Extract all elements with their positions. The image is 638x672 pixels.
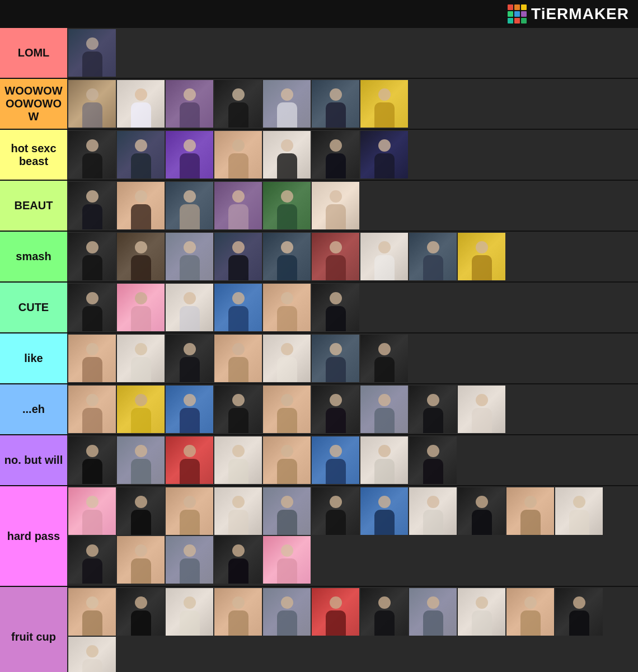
tier-item[interactable] xyxy=(117,536,165,584)
tier-item[interactable] xyxy=(68,487,116,535)
tier-item[interactable] xyxy=(214,182,262,229)
tier-items-fruit-cup xyxy=(67,587,638,672)
tier-item[interactable] xyxy=(166,436,213,484)
tier-item[interactable] xyxy=(68,29,116,77)
tier-item[interactable] xyxy=(312,182,359,229)
tier-item[interactable] xyxy=(214,487,262,535)
tier-item[interactable] xyxy=(68,588,116,636)
tier-item[interactable] xyxy=(458,386,505,433)
tier-item[interactable] xyxy=(409,233,457,280)
tier-item[interactable] xyxy=(117,436,165,484)
tier-item[interactable] xyxy=(263,80,311,128)
tier-item[interactable] xyxy=(214,536,262,584)
tier-label-hard-pass: hard pass xyxy=(0,486,67,586)
tier-item[interactable] xyxy=(458,487,505,535)
tier-item[interactable] xyxy=(68,436,116,484)
tier-item[interactable] xyxy=(214,233,262,280)
tier-item[interactable] xyxy=(68,182,116,229)
tier-item[interactable] xyxy=(68,536,116,584)
tier-item[interactable] xyxy=(312,233,359,280)
tier-item[interactable] xyxy=(360,588,408,636)
tier-item[interactable] xyxy=(263,436,311,484)
tier-item[interactable] xyxy=(555,487,603,535)
tier-item[interactable] xyxy=(360,80,408,128)
tier-items-woowowo xyxy=(67,79,638,129)
tier-item[interactable] xyxy=(312,80,359,128)
tier-row-eh: ...eh xyxy=(0,384,638,435)
tier-item[interactable] xyxy=(360,233,408,280)
tier-items-eh xyxy=(67,384,638,434)
tier-item[interactable] xyxy=(166,536,213,584)
tier-item[interactable] xyxy=(166,233,213,280)
tier-item[interactable] xyxy=(68,284,116,331)
tier-item[interactable] xyxy=(68,80,116,128)
tier-item[interactable] xyxy=(166,588,213,636)
tier-item[interactable] xyxy=(312,436,359,484)
tier-items-loml xyxy=(67,28,638,78)
tier-item[interactable] xyxy=(409,487,457,535)
tier-item[interactable] xyxy=(263,386,311,433)
tier-label-loml: LOML xyxy=(0,28,67,78)
tier-item[interactable] xyxy=(214,436,262,484)
tier-item[interactable] xyxy=(263,131,311,178)
tier-item[interactable] xyxy=(214,588,262,636)
tier-item[interactable] xyxy=(166,487,213,535)
tier-item[interactable] xyxy=(263,233,311,280)
tier-item[interactable] xyxy=(263,182,311,229)
tier-item[interactable] xyxy=(117,588,165,636)
tier-item[interactable] xyxy=(312,386,359,433)
tier-items-smash xyxy=(67,232,638,281)
tier-item[interactable] xyxy=(458,588,505,636)
tier-item[interactable] xyxy=(117,182,165,229)
tier-item[interactable] xyxy=(360,386,408,433)
tier-item[interactable] xyxy=(360,335,408,382)
tier-item[interactable] xyxy=(312,131,359,178)
tier-item[interactable] xyxy=(263,335,311,382)
tier-item[interactable] xyxy=(263,536,311,584)
tier-item[interactable] xyxy=(555,588,603,636)
tier-row-hot: hot sexc beast xyxy=(0,130,638,181)
tier-item[interactable] xyxy=(312,588,359,636)
tier-item[interactable] xyxy=(166,284,213,331)
tier-item[interactable] xyxy=(506,588,554,636)
tier-item[interactable] xyxy=(409,386,457,433)
tier-items-cute xyxy=(67,283,638,332)
tier-item[interactable] xyxy=(214,131,262,178)
tier-item[interactable] xyxy=(117,131,165,178)
tier-item[interactable] xyxy=(312,487,359,535)
tier-item[interactable] xyxy=(68,335,116,382)
tier-item[interactable] xyxy=(360,131,408,178)
tier-item[interactable] xyxy=(166,386,213,433)
tier-item[interactable] xyxy=(214,80,262,128)
tier-item[interactable] xyxy=(506,487,554,535)
tier-item[interactable] xyxy=(166,80,213,128)
tier-item[interactable] xyxy=(117,80,165,128)
tier-item[interactable] xyxy=(117,284,165,331)
tier-item[interactable] xyxy=(117,335,165,382)
tier-item[interactable] xyxy=(409,436,457,484)
tier-item[interactable] xyxy=(360,487,408,535)
tier-item[interactable] xyxy=(360,436,408,484)
tier-item[interactable] xyxy=(458,233,505,280)
tier-item[interactable] xyxy=(68,386,116,433)
tier-item[interactable] xyxy=(166,182,213,229)
tier-item[interactable] xyxy=(409,588,457,636)
tier-item[interactable] xyxy=(214,284,262,331)
tier-label-woowowo: WOOWOWOOWOWOW xyxy=(0,79,67,129)
tier-item[interactable] xyxy=(263,284,311,331)
tier-item[interactable] xyxy=(214,386,262,433)
tier-item[interactable] xyxy=(312,284,359,331)
tier-item[interactable] xyxy=(68,233,116,280)
tier-item[interactable] xyxy=(312,335,359,382)
tier-item[interactable] xyxy=(68,131,116,178)
tier-item[interactable] xyxy=(263,588,311,636)
tier-item[interactable] xyxy=(117,487,165,535)
tier-item[interactable] xyxy=(68,637,116,672)
tier-item[interactable] xyxy=(166,131,213,178)
tier-item[interactable] xyxy=(117,386,165,433)
tier-item[interactable] xyxy=(166,335,213,382)
tier-item[interactable] xyxy=(117,233,165,280)
tier-row-beaut: BEAUT xyxy=(0,181,638,232)
tier-item[interactable] xyxy=(214,335,262,382)
tier-item[interactable] xyxy=(263,487,311,535)
